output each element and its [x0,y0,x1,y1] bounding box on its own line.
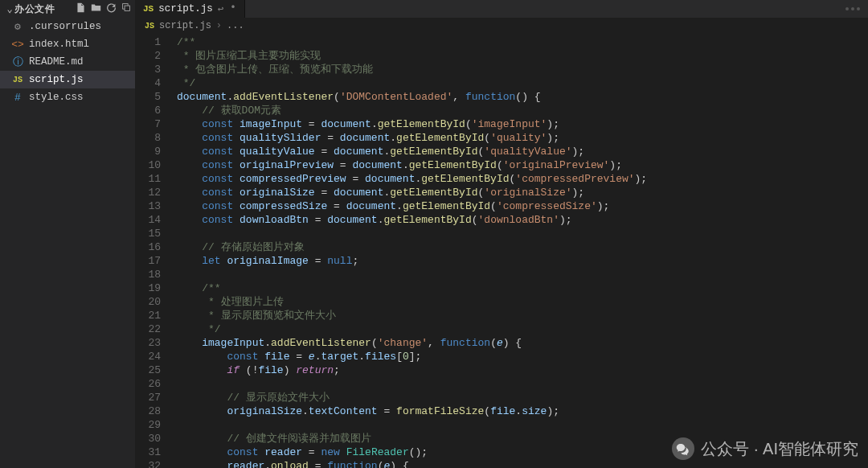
code-line[interactable]: const file = e.target.files[0]; [177,350,865,363]
code-line[interactable]: const compressedSize = document.getEleme… [177,199,865,213]
breadcrumb-tail: ... [227,20,244,31]
breadcrumb-file: script.js [159,20,211,31]
editor-area: JS script.js ↩ • JS script.js › ... 1234… [135,0,868,468]
code-line[interactable]: const compressedPreview = document.getEl… [177,172,865,186]
code-line[interactable]: */ [177,322,865,336]
breadcrumb[interactable]: JS script.js › ... [135,18,868,34]
code-line[interactable] [177,377,865,391]
explorer-header[interactable]: ⌄ 办公文件 [0,0,135,18]
hash-icon: # [11,92,24,104]
code-line[interactable]: // 存储原始图片对象 [177,240,865,254]
file-label: index.html [29,39,89,50]
new-file-icon[interactable] [76,2,86,16]
code-line[interactable]: * 包含图片上传、压缩、预览和下载功能 [177,63,865,76]
chevron-down-icon: ⌄ [5,3,14,15]
tab-script-js[interactable]: JS script.js ↩ • [135,0,245,18]
more-icon[interactable] [845,7,860,10]
js-icon: JS [145,22,154,31]
code-line[interactable]: originalSize.textContent = formatFileSiz… [177,404,865,418]
code-line[interactable]: let originalImage = null; [177,254,865,268]
file-label: .cursorrules [29,21,101,32]
scrollbar[interactable] [865,34,868,468]
code-line[interactable]: reader.onload = function(e) { [177,459,865,468]
explorer-root-label: 办公文件 [14,2,76,16]
explorer-actions [76,2,132,16]
refresh-icon[interactable] [106,2,117,16]
code-line[interactable]: const originalPreview = document.getElem… [177,158,865,172]
code-line[interactable]: imageInput.addEventListener('change', fu… [177,336,865,350]
file-item-script-js[interactable]: JSscript.js [0,71,135,88]
close-icon[interactable]: • [230,2,236,15]
collapse-all-icon[interactable] [121,2,132,16]
file-label: README.md [29,56,84,68]
code-line[interactable]: const reader = new FileReader(); [177,445,865,459]
revert-icon[interactable]: ↩ [218,2,224,15]
explorer-sidebar: ⌄ 办公文件 ⚙.cursorrules<>index.htmlⓘREADME.… [0,0,135,468]
code-editor[interactable]: 1234567891011121314151617181920212223242… [135,34,868,468]
code-line[interactable]: // 显示原始文件大小 [177,391,865,404]
code-line[interactable]: // 创建文件阅读器并加载图片 [177,432,865,445]
code-line[interactable] [177,418,865,432]
code-line[interactable]: /** [177,281,865,295]
file-label: script.js [29,74,84,85]
code-line[interactable] [177,227,865,240]
code-line[interactable]: * 处理图片上传 [177,295,865,309]
file-item-index-html[interactable]: <>index.html [0,35,135,53]
code-line[interactable]: document.addEventListener('DOMContentLoa… [177,90,865,104]
code-line[interactable]: * 图片压缩工具主要功能实现 [177,49,865,63]
code-line[interactable]: */ [177,76,865,90]
code-line[interactable]: // 获取DOM元素 [177,104,865,117]
code-line[interactable]: const downloadBtn = document.getElementB… [177,213,865,227]
gear-icon: ⚙ [11,20,24,33]
code-line[interactable]: const originalSize = document.getElement… [177,186,865,199]
file-item--cursorrules[interactable]: ⚙.cursorrules [0,18,135,35]
new-folder-icon[interactable] [91,2,101,16]
tab-label: script.js [158,3,213,14]
line-number-gutter: 1234567891011121314151617181920212223242… [135,34,172,468]
html-icon: <> [11,39,24,51]
file-item-style-css[interactable]: #style.css [0,88,135,106]
breadcrumb-separator: › [216,20,222,31]
tabs-bar: JS script.js ↩ • [135,0,868,18]
explorer-file-list: ⚙.cursorrules<>index.htmlⓘREADME.mdJSscr… [0,18,135,106]
code-content[interactable]: /** * 图片压缩工具主要功能实现 * 包含图片上传、压缩、预览和下载功能 *… [172,34,865,468]
code-line[interactable]: if (!file) return; [177,363,865,377]
code-line[interactable]: const imageInput = document.getElementBy… [177,117,865,131]
svg-rect-1 [125,6,130,11]
code-line[interactable]: /** [177,35,865,49]
file-label: style.css [29,92,84,103]
code-line[interactable]: * 显示原图预览和文件大小 [177,309,865,322]
info-icon: ⓘ [11,55,24,69]
js-icon: JS [11,76,24,84]
editor-top-actions [845,0,868,18]
js-icon: JS [143,4,154,14]
code-line[interactable] [177,268,865,281]
code-line[interactable]: const qualityValue = document.getElement… [177,145,865,158]
file-item-readme-md[interactable]: ⓘREADME.md [0,53,135,71]
code-line[interactable]: const qualitySlider = document.getElemen… [177,131,865,145]
